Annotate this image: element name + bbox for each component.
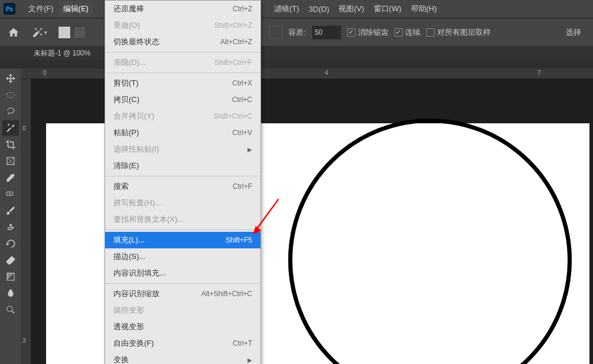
vertical-ruler: 0 3 xyxy=(21,79,31,364)
menu-item: 重做(O)Shift+Ctrl+Z xyxy=(105,17,260,34)
brush-tool[interactable] xyxy=(2,203,19,218)
menu-item[interactable]: 剪切(T)Ctrl+X xyxy=(105,75,260,91)
move-tool[interactable] xyxy=(2,71,19,86)
antialias-checkbox[interactable]: 消除锯齿 xyxy=(347,27,389,38)
selection-marquee xyxy=(288,119,572,364)
menu-item[interactable]: 清除(E) xyxy=(105,158,260,174)
menu-item[interactable]: 填充(L)...Shift+F5 xyxy=(105,232,260,248)
document-tab[interactable]: 未标题-1 @ 100% xyxy=(27,47,97,60)
eyedropper-tool[interactable] xyxy=(2,170,19,185)
dodge-tool[interactable] xyxy=(2,302,19,317)
document-tab-bar: 未标题-1 @ 100% xyxy=(0,46,593,60)
add-selection-button[interactable] xyxy=(73,26,86,39)
menu-item[interactable]: 变换▶ xyxy=(105,352,260,364)
marquee-tool[interactable] xyxy=(2,87,19,103)
select-subject-button[interactable]: 选择 xyxy=(560,25,587,40)
edit-menu-dropdown: 还原魔棒Ctrl+Z重做(O)Shift+Ctrl+Z切换最终状态Alt+Ctr… xyxy=(105,0,261,364)
menu-item[interactable]: 透视变形 xyxy=(105,319,260,335)
menu-edit[interactable]: 编辑(E) xyxy=(58,1,93,17)
photoshop-logo: Ps xyxy=(4,3,15,15)
eraser-tool[interactable] xyxy=(2,252,19,268)
menu-item[interactable]: 搜索Ctrl+F xyxy=(105,178,260,195)
menu-window[interactable]: 窗口(W) xyxy=(369,1,406,17)
menu-item[interactable]: 内容识别缩放Alt+Shift+Ctrl+C xyxy=(105,286,260,302)
svg-point-8 xyxy=(7,306,12,311)
magic-wand-tool[interactable] xyxy=(2,120,19,136)
menu-filter[interactable]: 滤镜(T) xyxy=(269,1,304,17)
tolerance-input[interactable] xyxy=(312,25,341,40)
menu-item: 合并拷贝(Y)Shift+Ctrl+C xyxy=(105,108,260,124)
history-brush-tool[interactable] xyxy=(2,236,19,251)
menu-item[interactable]: 自由变换(F)Ctrl+T xyxy=(105,335,260,352)
tool-preset-button[interactable]: ▾ xyxy=(27,24,52,41)
sample-size-button[interactable] xyxy=(269,26,282,39)
menu-item[interactable]: 拷贝(C)Ctrl+C xyxy=(105,91,260,108)
options-bar: ▾ 容差: 消除锯齿 连续 对所有图层取样 选择 xyxy=(0,18,593,46)
menu-item[interactable]: 描边(S)... xyxy=(105,248,260,265)
contiguous-checkbox[interactable]: 连续 xyxy=(395,27,421,38)
menu-item: 选择性粘贴(I)▶ xyxy=(105,141,260,158)
home-button[interactable] xyxy=(6,25,21,40)
menu-item: 查找和替换文本(X)... xyxy=(105,211,260,228)
tolerance-label: 容差: xyxy=(288,27,306,38)
menu-item[interactable]: 切换最终状态Alt+Ctrl+Z xyxy=(105,34,260,50)
svg-line-9 xyxy=(12,311,14,313)
new-selection-button[interactable] xyxy=(58,26,71,39)
menu-item: 操控变形 xyxy=(105,302,260,319)
svg-point-0 xyxy=(6,93,15,98)
menu-item[interactable]: 还原魔棒Ctrl+Z xyxy=(105,1,260,17)
menu-3d[interactable]: 3D(D) xyxy=(304,2,334,16)
menu-item[interactable]: 粘贴(P)Ctrl+V xyxy=(105,124,260,141)
frame-tool[interactable] xyxy=(2,153,19,169)
healing-brush-tool[interactable] xyxy=(2,186,19,202)
menu-item[interactable]: 内容识别填充... xyxy=(105,265,260,281)
menu-help[interactable]: 帮助(H) xyxy=(406,1,442,17)
menu-item: 渐隐(D)...Shift+Ctrl+F xyxy=(105,54,260,71)
lasso-tool[interactable] xyxy=(2,104,19,119)
toolbar xyxy=(0,68,21,364)
menu-item: 拼写检查(H)... xyxy=(105,195,260,211)
selection-mode-group xyxy=(58,26,86,39)
clone-stamp-tool[interactable] xyxy=(2,219,19,235)
menu-bar: Ps 文件(F) 编辑(E) 滤镜(T) 3D(D) 视图(V) 窗口(W) 帮… xyxy=(0,0,593,18)
crop-tool[interactable] xyxy=(2,137,19,152)
gradient-tool[interactable] xyxy=(2,269,19,284)
sample-all-checkbox[interactable]: 对所有图层取样 xyxy=(426,27,491,38)
menu-file[interactable]: 文件(F) xyxy=(24,1,58,17)
blur-tool[interactable] xyxy=(2,286,19,301)
menu-view[interactable]: 视图(V) xyxy=(334,1,369,17)
